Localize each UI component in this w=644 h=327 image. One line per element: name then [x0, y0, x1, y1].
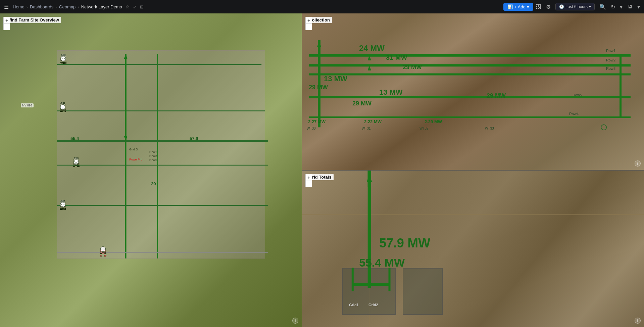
collection-wt32-value: 2.29 MW [425, 119, 442, 124]
power-label-554: 55.4 [70, 136, 79, 141]
refresh-chevron-icon[interactable]: ▾ [620, 4, 623, 10]
time-chevron-icon: ▾ [589, 4, 591, 9]
row-label-grid-d: Grid D [129, 148, 138, 151]
collection-wt33-label: WT33 [485, 127, 494, 130]
power-label-579: 57.9 [190, 136, 198, 141]
power-label-29: 29 [151, 181, 156, 186]
menu-icon[interactable]: ☰ [4, 4, 9, 10]
zoom-icon[interactable]: 🔍 [599, 4, 606, 10]
wind-farm-zone [57, 50, 265, 259]
share-icon[interactable]: ⤢ [133, 4, 137, 9]
collection-13mw-label-2: 13 MW [379, 88, 403, 97]
collection-29mw-label-1: 29 MW [403, 64, 422, 71]
collection-row3-label: Row3 [606, 66, 615, 71]
add-button[interactable]: 📊 + Add ▾ [503, 3, 533, 11]
expand-icon[interactable]: ▾ [637, 4, 640, 10]
breadcrumb-geomap[interactable]: Geomap [59, 4, 76, 9]
add-chevron-icon: ▾ [527, 4, 529, 9]
main-content: Wind Farm Site Overview + − NV 893 [0, 13, 644, 327]
wind-farm-title: Wind Farm Site Overview [5, 17, 61, 23]
row-label-powerpro: PowerPro [129, 158, 143, 161]
add-chart-icon: 📊 [507, 4, 513, 9]
svg-point-23 [601, 125, 606, 130]
collection-row2-label: Row2 [606, 58, 615, 62]
wind-farm-panel: Wind Farm Site Overview + − NV 893 [0, 13, 302, 327]
collection-zoom-out[interactable]: − [305, 24, 312, 30]
clock-icon: 🕐 [559, 4, 564, 9]
collection-wt31-value: 2.22 MW [364, 119, 382, 124]
nv-road-label: NV 893 [21, 103, 34, 107]
collection-network-svg [302, 13, 644, 170]
grid-icon[interactable]: ⊞ [140, 4, 144, 9]
collection-29mw-label-2: 29 MW [309, 84, 328, 91]
svg-marker-29 [367, 174, 372, 182]
right-panels: Collection + − [302, 13, 644, 327]
collection-row4-label: Row4 [569, 112, 579, 116]
wind-farm-map[interactable]: NV 893 55.4 [0, 13, 302, 327]
topbar: ☰ Home › Dashboards › Geomap › Network L… [0, 0, 644, 13]
grid2-label: Grid2 [368, 303, 378, 307]
collection-29mw-label-3: 29 MW [352, 100, 371, 107]
grid-totals-map[interactable]: 57.9 MW 55.4 MW Grid1 Grid2 i [302, 171, 644, 327]
grid-totals-info-button[interactable]: i [635, 318, 641, 324]
star-icon[interactable]: ☆ [126, 4, 130, 9]
collection-row5-label: Row5 [573, 93, 582, 97]
collection-31mw-label: 31 MW [386, 54, 407, 61]
tv-icon[interactable]: 🖥 [627, 4, 633, 10]
collection-panel: Collection + − [302, 13, 644, 171]
breadcrumb-home[interactable]: Home [13, 4, 24, 9]
screenshot-icon[interactable]: 🖼 [536, 4, 541, 10]
grid1-label: Grid1 [349, 303, 359, 307]
grid-zoom-out[interactable]: − [305, 181, 312, 187]
row-label-row5: Row5 [149, 158, 157, 162]
collection-wt32-label: WT32 [419, 127, 429, 130]
collection-13mw-label-1: 13 MW [324, 75, 347, 83]
breadcrumb: Home › Dashboards › Geomap › Network Lay… [13, 4, 122, 9]
turbine-wt40: WT40 [73, 157, 80, 165]
collection-zoom-controls: + − [305, 17, 312, 30]
turbine-wt11: WT11 [60, 54, 67, 62]
turbine-wt54: WT54 [60, 200, 66, 208]
breadcrumb-dashboards[interactable]: Dashboards [30, 4, 53, 9]
collection-info-button[interactable]: i [635, 160, 641, 167]
turbine-wt26: 2.31 WT26 [60, 102, 66, 112]
turbine-wt65: WT65 [100, 246, 106, 254]
left-panel-info-button[interactable]: i [292, 318, 298, 324]
svg-marker-19 [317, 41, 321, 47]
grid-zoom-in[interactable]: + [305, 174, 312, 181]
row-label-row1: Row1 [149, 150, 157, 154]
collection-24mw-label: 24 MW [359, 44, 385, 53]
zoom-in-button[interactable]: + [3, 17, 10, 24]
collection-zoom-in[interactable]: + [305, 17, 312, 24]
collection-wt30-label: WT30 [307, 127, 316, 130]
zoom-out-button[interactable]: − [3, 24, 10, 30]
grid-554mw-label: 55.4 MW [359, 256, 405, 269]
topbar-icons: 🖼 ⚙ 🕐 Last 6 hours ▾ 🔍 ↻ ▾ 🖥 ▾ [536, 3, 640, 10]
grid-zoom-controls: + − [305, 174, 312, 187]
collection-row1-label: Row1 [606, 49, 615, 53]
collection-wt30-value: 2.27 MW [308, 119, 326, 124]
breadcrumb-current: Network Layer Demo [81, 4, 122, 9]
settings-icon[interactable]: ⚙ [546, 4, 551, 10]
grid-579mw-label: 57.9 MW [379, 236, 430, 250]
row-label-row3: Row3 [149, 154, 157, 158]
collection-29mw-label-4: 29 MW [487, 92, 506, 99]
zoom-controls: + − [3, 17, 10, 30]
collection-wt31-label: WT31 [362, 127, 371, 130]
refresh-icon[interactable]: ↻ [611, 4, 615, 10]
collection-map[interactable]: 24 MW 31 MW 29 MW 13 MW 29 MW 13 MW 29 M… [302, 13, 644, 170]
time-range-picker[interactable]: 🕐 Last 6 hours ▾ [555, 3, 595, 10]
grid-totals-panel: Grid Totals + − [302, 171, 644, 327]
